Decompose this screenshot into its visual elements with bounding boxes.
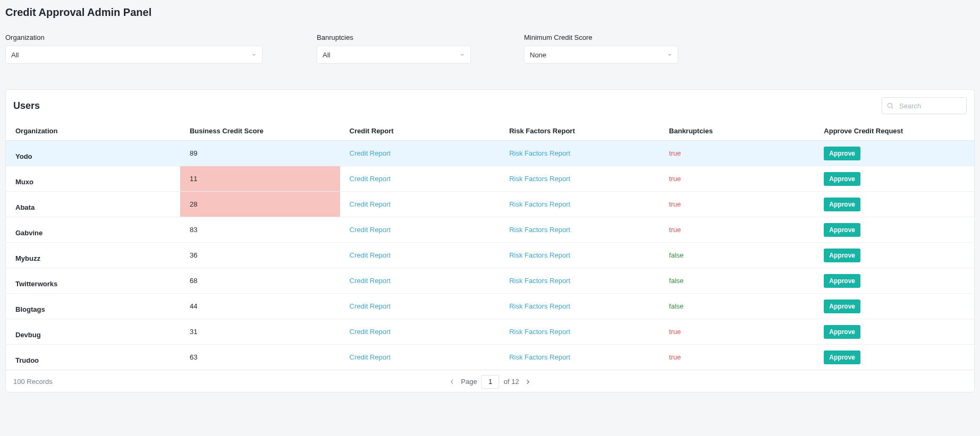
credit-report-link[interactable]: Credit Report <box>350 302 391 310</box>
approve-button[interactable]: Approve <box>824 223 860 237</box>
organization-select-value: All <box>11 51 19 59</box>
svg-point-0 <box>888 103 892 107</box>
bankruptcies-filter-label: Banruptcies <box>317 33 524 41</box>
cell-score: 11 <box>180 166 340 192</box>
approve-button[interactable]: Approve <box>824 274 860 288</box>
col-organization[interactable]: Organization <box>6 122 180 141</box>
table-row[interactable]: Gabvine83Credit ReportRisk Factors Repor… <box>6 217 974 243</box>
cell-organization: Twitterworks <box>6 268 180 294</box>
cell-bankruptcies: false <box>660 294 815 319</box>
risk-report-link[interactable]: Risk Factors Report <box>509 251 570 259</box>
search-input[interactable] <box>898 101 962 110</box>
cell-score: 83 <box>180 217 340 243</box>
chevron-right-icon <box>525 378 532 386</box>
cell-credit-report: Credit Report <box>340 268 500 294</box>
col-score[interactable]: Business Credit Score <box>180 122 340 141</box>
pager-next[interactable] <box>523 377 533 387</box>
pager-page-input[interactable] <box>481 375 500 389</box>
approve-button[interactable]: Approve <box>824 249 860 262</box>
cell-approve: Approve <box>814 268 974 294</box>
risk-report-link[interactable]: Risk Factors Report <box>509 277 570 285</box>
risk-report-link[interactable]: Risk Factors Report <box>509 149 570 157</box>
table-row[interactable]: Muxo11Credit ReportRisk Factors Reporttr… <box>6 166 974 192</box>
cell-score: 31 <box>180 319 340 345</box>
risk-report-link[interactable]: Risk Factors Report <box>509 175 570 183</box>
cell-score: 44 <box>180 294 340 319</box>
col-credit-report[interactable]: Credit Report <box>340 122 500 141</box>
cell-risk-report: Risk Factors Report <box>500 268 660 294</box>
cell-organization: Blogtags <box>6 294 180 319</box>
approve-button[interactable]: Approve <box>824 325 860 339</box>
chevron-down-icon <box>667 52 672 57</box>
risk-report-link[interactable]: Risk Factors Report <box>509 302 570 310</box>
cell-credit-report: Credit Report <box>340 319 500 345</box>
cell-score: 68 <box>180 268 340 294</box>
svg-line-1 <box>892 107 893 109</box>
users-panel: Users Organization Business Credit Score… <box>5 89 975 392</box>
table-row[interactable]: Abata28Credit ReportRisk Factors Reportt… <box>6 192 974 217</box>
cell-risk-report: Risk Factors Report <box>500 319 660 345</box>
cell-score: 36 <box>180 243 340 268</box>
cell-approve: Approve <box>814 166 974 192</box>
min-credit-filter-label: Minimum Credit Score <box>524 33 683 41</box>
cell-bankruptcies: true <box>660 166 815 192</box>
pager: Page of 12 <box>447 375 533 389</box>
cell-risk-report: Risk Factors Report <box>500 141 660 166</box>
page-title: Credit Approval Admin Panel <box>5 6 975 19</box>
cell-credit-report: Credit Report <box>340 217 500 243</box>
cell-organization: Muxo <box>6 166 180 192</box>
approve-button[interactable]: Approve <box>824 172 860 186</box>
approve-button[interactable]: Approve <box>824 198 860 211</box>
cell-risk-report: Risk Factors Report <box>500 345 660 370</box>
credit-report-link[interactable]: Credit Report <box>350 200 391 208</box>
pager-prev[interactable] <box>447 377 457 387</box>
chevron-left-icon <box>448 378 455 386</box>
cell-credit-report: Credit Report <box>340 243 500 268</box>
risk-report-link[interactable]: Risk Factors Report <box>509 200 570 208</box>
organization-select[interactable]: All <box>5 46 263 64</box>
pager-page-label: Page <box>461 378 477 386</box>
organization-filter-label: Organization <box>5 33 317 41</box>
cell-credit-report: Credit Report <box>340 345 500 370</box>
col-risk-report[interactable]: Risk Factors Report <box>500 122 660 141</box>
credit-report-link[interactable]: Credit Report <box>350 353 391 361</box>
risk-report-link[interactable]: Risk Factors Report <box>509 353 570 361</box>
cell-score: 63 <box>180 345 340 370</box>
cell-risk-report: Risk Factors Report <box>500 217 660 243</box>
credit-report-link[interactable]: Credit Report <box>350 328 391 336</box>
risk-report-link[interactable]: Risk Factors Report <box>509 328 570 336</box>
cell-approve: Approve <box>814 141 974 166</box>
col-approve[interactable]: Approve Credit Request <box>814 122 974 141</box>
table-row[interactable]: Blogtags44Credit ReportRisk Factors Repo… <box>6 294 974 319</box>
credit-report-link[interactable]: Credit Report <box>350 175 391 183</box>
cell-organization: Trudoo <box>6 345 180 370</box>
bankruptcies-select[interactable]: All <box>317 46 471 64</box>
cell-bankruptcies: true <box>660 141 815 166</box>
credit-report-link[interactable]: Credit Report <box>350 226 391 234</box>
cell-risk-report: Risk Factors Report <box>500 192 660 217</box>
table-row[interactable]: Mybuzz36Credit ReportRisk Factors Report… <box>6 243 974 268</box>
approve-button[interactable]: Approve <box>824 300 860 313</box>
credit-report-link[interactable]: Credit Report <box>350 149 391 157</box>
chevron-down-icon <box>460 52 465 57</box>
approve-button[interactable]: Approve <box>824 147 860 160</box>
search-wrap <box>882 97 967 114</box>
cell-approve: Approve <box>814 319 974 345</box>
cell-score: 89 <box>180 141 340 166</box>
users-panel-title: Users <box>13 100 40 112</box>
table-row[interactable]: Yodo89Credit ReportRisk Factors Reporttr… <box>6 141 974 166</box>
table-row[interactable]: Trudoo63Credit ReportRisk Factors Report… <box>6 345 974 370</box>
credit-report-link[interactable]: Credit Report <box>350 251 391 259</box>
records-label: 100 Records <box>13 378 53 386</box>
col-bankruptcies[interactable]: Bankruptcies <box>660 122 815 141</box>
table-row[interactable]: Devbug31Credit ReportRisk Factors Report… <box>6 319 974 345</box>
search-icon <box>886 102 894 109</box>
cell-organization: Mybuzz <box>6 243 180 268</box>
risk-report-link[interactable]: Risk Factors Report <box>509 226 570 234</box>
approve-button[interactable]: Approve <box>824 350 860 364</box>
min-credit-select[interactable]: None <box>524 46 678 64</box>
table-row[interactable]: Twitterworks68Credit ReportRisk Factors … <box>6 268 974 294</box>
credit-report-link[interactable]: Credit Report <box>350 277 391 285</box>
cell-bankruptcies: true <box>660 192 815 217</box>
cell-approve: Approve <box>814 294 974 319</box>
